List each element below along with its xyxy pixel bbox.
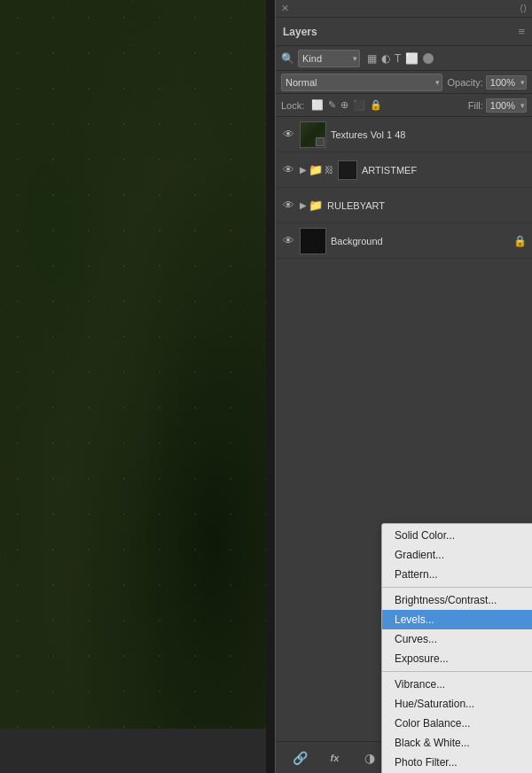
layer-item-textures[interactable]: 👁 Textures Vol 1 48 (276, 117, 532, 152)
canvas-texture (0, 0, 266, 773)
dropdown-separator-2 (382, 671, 532, 672)
layer-thumb-background (300, 228, 326, 254)
lock-position-icon[interactable]: ⊕ (340, 99, 348, 111)
fx-icon: fx (331, 753, 340, 763)
filter-smart-icon[interactable] (423, 53, 434, 64)
blend-mode-select[interactable]: Normal Multiply Screen Overlay (281, 74, 442, 91)
fill-group: Fill: 100% (468, 100, 527, 111)
layer-item-rulebyart[interactable]: 👁 ▶ 📁 RULEBYART (276, 188, 532, 223)
group-collapse-arrow-rulebyart[interactable]: ▶ (300, 200, 307, 210)
canvas-taskbar (0, 729, 266, 773)
dropdown-separator-1 (382, 587, 532, 588)
layer-visibility-artistmef[interactable]: 👁 (281, 163, 295, 176)
dropdown-item-curves[interactable]: Curves... (382, 629, 532, 649)
fill-wrapper: 100% (486, 100, 527, 111)
opacity-wrapper: 100% (486, 77, 527, 88)
layer-visibility-textures[interactable]: 👁 (281, 128, 295, 141)
lock-icons: ⬜ ✎ ⊕ ⬛ 🔒 (311, 99, 382, 111)
opacity-group: Opacity: 100% (448, 77, 528, 88)
opacity-label: Opacity: (448, 77, 483, 88)
group-collapse-arrow-artistmef[interactable]: ▶ (300, 165, 307, 175)
layer-mask-thumb-artistmef (338, 160, 357, 180)
dropdown-item-gradient[interactable]: Gradient... (382, 545, 532, 565)
dropdown-item-pattern[interactable]: Pattern... (382, 565, 532, 584)
blend-row: Normal Multiply Screen Overlay Opacity: … (276, 71, 532, 94)
filter-pixel-icon[interactable]: ▦ (367, 52, 377, 65)
lock-all-icon[interactable]: 🔒 (370, 99, 382, 111)
panel-title: Layers (283, 26, 317, 38)
blend-mode-wrapper: Normal Multiply Screen Overlay (281, 74, 442, 91)
layer-thumb-textures (300, 121, 326, 148)
layer-name-rulebyart: RULEBYART (327, 200, 527, 211)
layer-name-artistmef: ARTISTMEF (362, 165, 527, 176)
dropdown-item-photo-filter[interactable]: Photo Filter... (382, 753, 532, 772)
dropdown-item-black-white[interactable]: Black & White... (382, 733, 532, 753)
dropdown-item-color-balance[interactable]: Color Balance... (382, 714, 532, 733)
dropdown-item-hue-saturation[interactable]: Hue/Saturation... (382, 694, 532, 714)
fill-adjustment-btn[interactable]: ◑ (359, 747, 380, 769)
link-btn[interactable]: 🔗 (290, 747, 311, 769)
layer-lock-background: 🔒 (513, 235, 527, 247)
panel-header: Layers ≡ (276, 18, 532, 46)
panel-close-btn[interactable]: ✕ (281, 3, 289, 14)
chain-icon-artistmef[interactable]: ⛓ (325, 165, 333, 175)
filter-row: 🔍 Kind ▦ ◐ T ⬜ (276, 46, 532, 71)
kind-filter-select[interactable]: Kind (298, 50, 360, 67)
canvas-area (0, 0, 266, 773)
folder-icon-artistmef: 📁 (309, 163, 323, 176)
dropdown-item-levels[interactable]: Levels... (382, 610, 532, 629)
lock-label: Lock: (281, 100, 304, 111)
half-circle-icon: ◑ (364, 751, 375, 765)
opacity-value[interactable]: 100% (486, 75, 527, 90)
adjustment-dropdown-menu: Solid Color... Gradient... Pattern... Br… (381, 523, 532, 773)
layer-group-icons-artistmef: ▶ 📁 ⛓ (300, 163, 333, 176)
lock-artboard-icon[interactable]: ⬛ (353, 99, 365, 111)
lock-row: Lock: ⬜ ✎ ⊕ ⬛ 🔒 Fill: 100% (276, 94, 532, 117)
dropdown-item-vibrance[interactable]: Vibrance... (382, 675, 532, 694)
fill-value[interactable]: 100% (486, 98, 527, 113)
layer-item-background[interactable]: 👁 Background 🔒 (276, 223, 532, 259)
filter-type-icon[interactable]: T (395, 52, 401, 65)
layer-visibility-background[interactable]: 👁 (281, 234, 295, 247)
mask-face-artistmef (339, 161, 356, 179)
layer-visibility-rulebyart[interactable]: 👁 (281, 199, 295, 212)
layer-name-textures: Textures Vol 1 48 (331, 129, 527, 140)
link-icon: 🔗 (293, 751, 308, 765)
folder-icon-rulebyart: 📁 (309, 199, 323, 212)
filter-icons: ▦ ◐ T ⬜ (367, 52, 434, 65)
panel-collapse-btn[interactable]: ⟨⟩ (520, 3, 527, 14)
kind-filter-wrapper: Kind (298, 50, 360, 67)
filter-adjustment-icon[interactable]: ◐ (381, 52, 390, 65)
thumb-black-img (301, 229, 325, 254)
layer-item-artistmef[interactable]: 👁 ▶ 📁 ⛓ ARTISTMEF (276, 152, 532, 188)
dropdown-item-brightness-contrast[interactable]: Brightness/Contrast... (382, 590, 532, 610)
lock-transparent-icon[interactable]: ⬜ (311, 99, 324, 111)
layer-smart-badge (316, 137, 325, 146)
panel-menu-btn[interactable]: ≡ (518, 25, 525, 38)
layer-name-background: Background (331, 236, 509, 246)
lock-paint-icon[interactable]: ✎ (328, 99, 336, 111)
fx-btn[interactable]: fx (325, 747, 346, 769)
search-icon: 🔍 (281, 52, 294, 65)
layer-group-icons-rulebyart: ▶ 📁 (300, 199, 323, 212)
dropdown-item-solid-color[interactable]: Solid Color... (382, 526, 532, 545)
panel-top-bar: ✕ ⟨⟩ (276, 0, 532, 18)
dropdown-item-exposure[interactable]: Exposure... (382, 649, 532, 668)
fill-label: Fill: (468, 100, 483, 111)
filter-shape-icon[interactable]: ⬜ (405, 52, 419, 65)
